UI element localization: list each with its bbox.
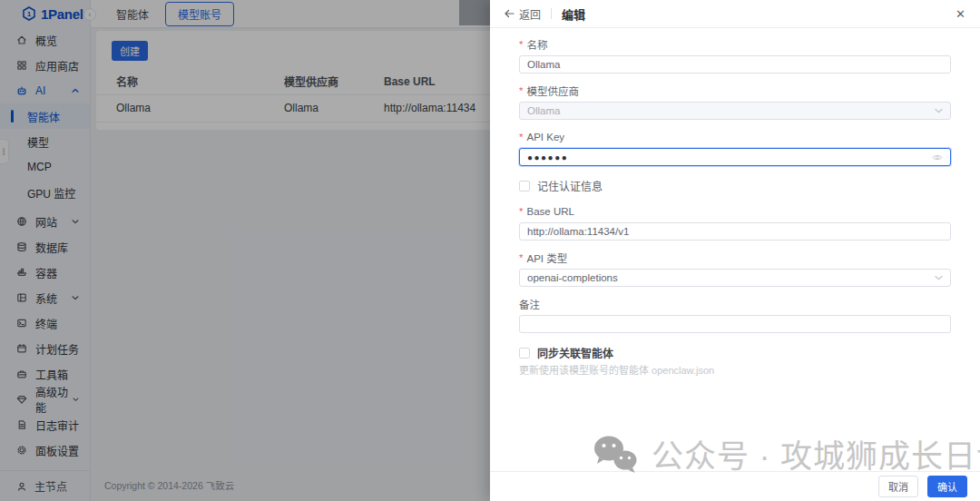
close-icon[interactable]: ✕ [956,8,965,20]
edit-form: *名称 *模型供应商 Ollama *API Key ●●●●●● 记住认证信息… [490,28,980,377]
checkbox[interactable] [519,348,530,359]
drawer-header: 返回 编辑 ✕ [490,0,980,28]
remark-field-wrap [519,315,951,333]
provider-select[interactable]: Ollama [519,102,951,120]
field-label-base-url: *Base URL [519,204,951,219]
eye-icon [932,153,943,162]
field-label-name: *名称 [519,37,951,52]
remark-input[interactable] [520,316,950,332]
base-url-input[interactable] [520,223,950,240]
sync-agents-checkbox-row[interactable]: 同步关联智能体 [519,345,951,360]
sync-hint-text: 更新使用该模型账号的智能体 openclaw.json [519,362,951,377]
api-key-field-wrap: ●●●●●● [519,148,951,166]
required-asterisk: * [519,132,523,142]
required-asterisk: * [519,85,523,96]
arrow-left-icon [505,9,514,18]
drawer-title: 编辑 [562,5,585,23]
drawer-footer: 取消 确认 [490,471,980,501]
chevron-down-icon [935,108,943,113]
api-key-input[interactable]: ●●●●●● [520,152,575,162]
name-input[interactable] [520,56,950,73]
back-label: 返回 [519,6,541,22]
provider-value: Ollama [520,105,567,116]
edit-drawer: 返回 编辑 ✕ *名称 *模型供应商 Ollama *API Key ●●●●●… [490,0,980,501]
checkbox-label: 同步关联智能体 [537,345,613,360]
field-label-provider: *模型供应商 [519,84,951,98]
api-type-select[interactable]: openai-completions [519,269,951,287]
chevron-down-icon [935,275,943,280]
api-type-value: openai-completions [520,272,625,283]
back-button[interactable]: 返回 [505,6,541,22]
required-asterisk: * [519,39,523,50]
divider [551,8,552,19]
field-label-api-key: *API Key [519,130,951,144]
confirm-button[interactable]: 确认 [927,476,967,497]
modal-overlay[interactable] [0,0,490,501]
name-field-wrap [519,55,951,74]
toggle-password-visibility[interactable] [932,153,943,162]
field-label-api-type: *API 类型 [519,250,951,265]
field-label-remark: 备注 [519,297,951,311]
checkbox[interactable] [519,181,530,192]
checkbox-label: 记住认证信息 [537,178,603,193]
base-url-field-wrap [519,222,951,241]
required-asterisk: * [519,252,523,263]
required-asterisk: * [519,206,523,217]
cancel-button[interactable]: 取消 [878,476,918,497]
remember-auth-checkbox-row[interactable]: 记住认证信息 [519,178,951,193]
